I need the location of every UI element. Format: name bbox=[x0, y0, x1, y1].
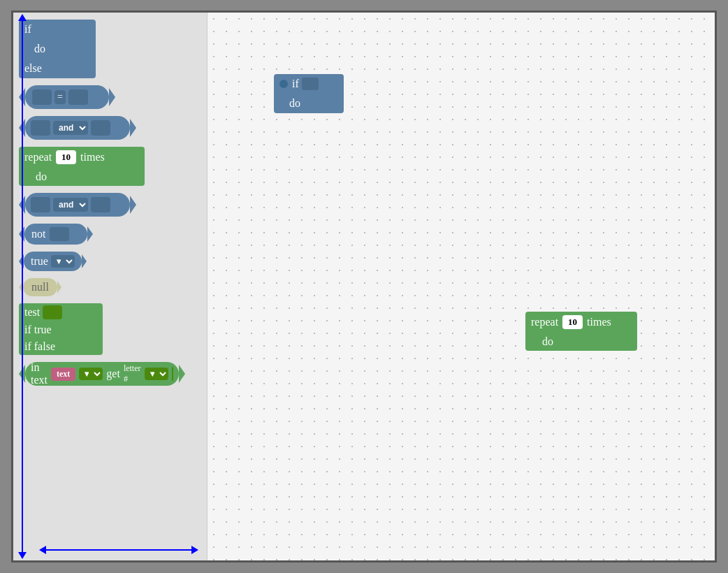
sidebar: if do else = bbox=[13, 13, 208, 560]
horizontal-arrow-icon bbox=[45, 549, 193, 551]
list-item[interactable]: and or bbox=[19, 116, 201, 140]
compare-left-slot bbox=[32, 89, 52, 105]
not-block[interactable]: not bbox=[24, 224, 87, 245]
list-item[interactable]: test if true if false bbox=[19, 303, 201, 355]
and1-left-slot bbox=[31, 120, 50, 136]
test-label: test bbox=[24, 306, 40, 319]
list-item[interactable]: and or bbox=[19, 193, 201, 217]
canvas-repeat-times-label: times bbox=[587, 316, 611, 328]
canvas-repeat-label: repeat bbox=[531, 316, 558, 328]
list-item[interactable]: not bbox=[19, 224, 201, 245]
intext-letter-dropdown[interactable]: ▾ bbox=[145, 368, 168, 380]
canvas-repeat-do-label: do bbox=[542, 335, 553, 348]
canvas-area[interactable]: if do repeat 10 times do bbox=[208, 13, 715, 560]
repeat-block-sidebar[interactable]: repeat 10 times do bbox=[19, 147, 145, 186]
repeat-do-label: do bbox=[36, 171, 47, 183]
and2-dropdown[interactable]: and or bbox=[53, 198, 88, 212]
compare-block[interactable]: = bbox=[25, 85, 109, 109]
compare-right-slot bbox=[68, 89, 88, 105]
intext-get-label: get bbox=[106, 368, 120, 380]
if-true-label: if true bbox=[24, 324, 52, 336]
list-item[interactable]: true ▾ bbox=[19, 252, 201, 271]
compare-equals[interactable]: = bbox=[54, 90, 66, 104]
and-block-2[interactable]: and or bbox=[25, 193, 130, 217]
repeat-label: repeat bbox=[24, 151, 52, 164]
repeat-times-label: times bbox=[80, 151, 105, 164]
not-label: not bbox=[31, 228, 45, 240]
null-block[interactable]: null bbox=[23, 278, 57, 296]
if-label: if bbox=[24, 23, 31, 36]
do-label: do bbox=[34, 43, 45, 55]
if-false-label: if false bbox=[24, 340, 55, 353]
vertical-arrow-icon bbox=[22, 20, 23, 553]
test-block[interactable]: test if true if false bbox=[19, 303, 103, 355]
canvas-repeat-block[interactable]: repeat 10 times do bbox=[525, 312, 637, 351]
canvas-do-label: do bbox=[289, 97, 300, 110]
list-item[interactable]: = bbox=[19, 85, 201, 109]
else-label: else bbox=[24, 62, 42, 75]
list-item[interactable]: if do else bbox=[19, 20, 201, 78]
test-slot bbox=[43, 305, 62, 319]
canvas-repeat-value[interactable]: 10 bbox=[562, 315, 583, 329]
canvas-if-label: if bbox=[292, 78, 299, 90]
and2-left-slot bbox=[31, 197, 50, 212]
intext-text-dropdown[interactable]: ▾ bbox=[79, 368, 103, 380]
list-item[interactable]: null bbox=[19, 278, 201, 296]
and1-dropdown[interactable]: and or bbox=[53, 121, 88, 135]
true-dropdown[interactable]: ▾ bbox=[51, 255, 75, 268]
canvas-if-block[interactable]: if do bbox=[274, 74, 344, 113]
intext-block[interactable]: in text text ▾ get letter # ▾ bbox=[25, 362, 179, 386]
not-slot bbox=[50, 227, 69, 241]
intext-right-slot bbox=[172, 367, 173, 381]
gear-icon[interactable] bbox=[279, 80, 288, 88]
intext-letter-label: letter # bbox=[124, 363, 141, 384]
main-container: if do else = bbox=[11, 10, 717, 563]
and1-right-slot bbox=[91, 120, 110, 136]
if-else-block[interactable]: if do else bbox=[19, 20, 96, 78]
list-item[interactable]: repeat 10 times do bbox=[19, 147, 201, 186]
canvas-repeat-inner[interactable]: repeat 10 times do bbox=[525, 312, 637, 351]
canvas-if-socket bbox=[302, 78, 319, 90]
true-block[interactable]: true ▾ bbox=[24, 252, 82, 271]
intext-in-label: in text bbox=[31, 361, 48, 386]
and-block-1[interactable]: and or bbox=[25, 116, 130, 140]
null-label: null bbox=[31, 281, 49, 293]
intext-text-slot[interactable]: text bbox=[51, 368, 75, 381]
and2-right-slot bbox=[91, 197, 110, 212]
true-label: true bbox=[31, 255, 48, 268]
repeat-times-value[interactable]: 10 bbox=[56, 150, 76, 164]
list-item[interactable]: in text text ▾ get letter # ▾ bbox=[19, 362, 201, 386]
